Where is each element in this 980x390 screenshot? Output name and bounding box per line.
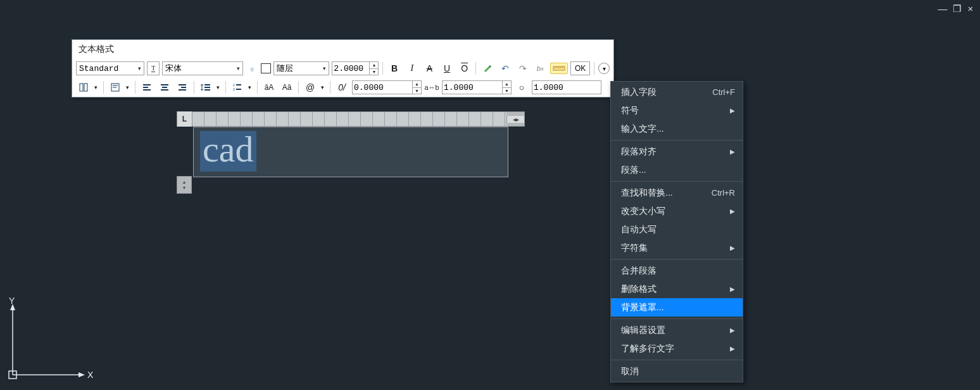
oblique-input[interactable]: [532, 80, 601, 94]
menu-item[interactable]: 背景遮罩...: [611, 298, 743, 317]
menu-item-label: 符号: [621, 105, 730, 116]
menu-item-label: 合并段落: [621, 265, 735, 277]
spin-up[interactable]: ▲: [413, 81, 421, 88]
menu-separator: [611, 318, 743, 319]
ruler-bar[interactable]: [192, 112, 506, 126]
align-left-button[interactable]: [139, 80, 154, 94]
submenu-arrow-icon: ▶: [730, 107, 735, 114]
numbering-dropdown[interactable]: ▾: [246, 80, 253, 94]
menu-separator: [611, 181, 743, 182]
menu-item[interactable]: 合并段落: [611, 261, 743, 280]
width-factor-field[interactable]: [443, 81, 502, 94]
ruler[interactable]: L ◂▸: [177, 111, 525, 127]
spin-up[interactable]: ▲: [503, 81, 511, 88]
menu-item[interactable]: 自动大写: [611, 220, 743, 239]
menu-item[interactable]: 插入字段Ctrl+F: [611, 83, 743, 101]
underline-button[interactable]: U: [439, 61, 455, 75]
menu-shortcut: Ctrl+R: [712, 188, 735, 198]
font-prefix-icon: T: [147, 61, 160, 75]
line-spacing-button[interactable]: [198, 80, 213, 94]
restore-button[interactable]: ❐: [952, 4, 961, 13]
separator: [225, 81, 226, 94]
menu-item-label: 取消: [621, 366, 735, 377]
numbering-button[interactable]: 12: [230, 80, 245, 94]
spin-down[interactable]: ▼: [503, 88, 511, 94]
text-height-field[interactable]: [332, 62, 369, 75]
menu-item[interactable]: 查找和替换...Ctrl+R: [611, 184, 743, 202]
menu-item[interactable]: 字符集▶: [611, 239, 743, 257]
svg-rect-7: [84, 84, 87, 91]
align-right-button[interactable]: [175, 80, 190, 94]
menu-item-label: 编辑器设置: [621, 325, 730, 336]
selected-text[interactable]: cad: [200, 131, 256, 172]
lowercase-button[interactable]: Aā: [279, 80, 294, 94]
symbol-button[interactable]: @: [303, 80, 318, 94]
bold-button[interactable]: B: [387, 61, 402, 75]
annotative-icon[interactable]: ⬨: [246, 61, 258, 75]
font-select[interactable]: 宋体 ▾: [162, 61, 243, 75]
menu-item[interactable]: 编辑器设置▶: [611, 321, 743, 339]
line-spacing-dropdown[interactable]: ▾: [214, 80, 222, 94]
options-button[interactable]: ▾: [598, 63, 610, 74]
spin-down[interactable]: ▼: [413, 88, 421, 94]
ucs-indicator: Y X: [5, 298, 106, 386]
text-box[interactable]: cad: [193, 127, 508, 177]
submenu-arrow-icon: ▶: [730, 327, 735, 334]
text-format-panel: 文本格式 Standard ▾ T 宋体 ▾ ⬨ 随层 ▾ ▲▼ B I A U…: [72, 39, 614, 98]
menu-item[interactable]: 取消: [611, 362, 743, 381]
separator: [194, 81, 194, 94]
redo-button[interactable]: ↷: [515, 61, 531, 75]
layer-value: 随层: [277, 63, 293, 74]
columns-button[interactable]: [76, 80, 91, 94]
style-select[interactable]: Standard ▾: [76, 61, 144, 75]
ruler-handle-bottom[interactable]: ▴▾: [177, 176, 192, 194]
undo-button[interactable]: ↶: [498, 61, 513, 75]
tracking-field[interactable]: [353, 81, 412, 94]
separator: [257, 81, 258, 94]
uppercase-button[interactable]: āA: [261, 80, 277, 94]
menu-item[interactable]: 改变大小写▶: [611, 202, 743, 220]
menu-item[interactable]: 段落...: [611, 161, 743, 179]
highlight-button[interactable]: [480, 61, 495, 75]
minimize-button[interactable]: —: [938, 4, 947, 13]
menu-item-label: 背景遮罩...: [621, 302, 735, 313]
oblique-angle-icon: 0/: [334, 80, 349, 94]
menu-item[interactable]: 符号▶: [611, 101, 743, 120]
dropdown-icon: ▾: [137, 65, 142, 72]
ruler-handle-right[interactable]: ◂▸: [506, 116, 524, 123]
ok-button[interactable]: OK: [570, 61, 590, 75]
separator: [135, 81, 135, 94]
width-factor-input[interactable]: ▲▼: [442, 80, 512, 94]
submenu-arrow-icon: ▶: [730, 345, 735, 352]
layer-color-select[interactable]: 随层 ▾: [273, 61, 330, 75]
spin-up[interactable]: ▲: [370, 62, 378, 69]
italic-button[interactable]: I: [405, 61, 420, 75]
menu-item[interactable]: 段落对齐▶: [611, 142, 743, 161]
stack-button[interactable]: ba: [532, 61, 548, 75]
tab-marker[interactable]: L: [177, 111, 192, 127]
menu-separator: [611, 259, 743, 260]
ucs-x-label: X: [87, 370, 94, 380]
menu-item[interactable]: 了解多行文字▶: [611, 339, 743, 358]
width-factor-icon: a↔b: [424, 80, 439, 94]
overline-button[interactable]: O: [457, 61, 472, 75]
spin-down[interactable]: ▼: [370, 69, 378, 75]
menu-item-label: 自动大写: [621, 224, 735, 236]
text-height-input[interactable]: ▲▼: [332, 61, 379, 75]
tracking-input[interactable]: ▲▼: [352, 80, 422, 94]
symbol-dropdown[interactable]: ▾: [318, 80, 326, 94]
menu-item[interactable]: 输入文字...: [611, 120, 743, 138]
columns-dropdown[interactable]: ▾: [92, 80, 99, 94]
align-center-button[interactable]: [157, 80, 172, 94]
menu-item[interactable]: 删除格式▶: [611, 280, 743, 298]
ruler-button[interactable]: [550, 63, 568, 74]
oblique-field[interactable]: [532, 81, 592, 94]
mtext-justify-button[interactable]: [108, 80, 123, 94]
ucs-y-label: Y: [9, 296, 15, 306]
color-swatch[interactable]: [261, 63, 271, 73]
mtext-justify-dropdown[interactable]: ▾: [123, 80, 131, 94]
close-button[interactable]: ×: [966, 4, 975, 13]
strikethrough-button[interactable]: A: [422, 61, 437, 75]
menu-separator: [611, 360, 743, 360]
menu-item-label: 改变大小写: [621, 206, 730, 217]
